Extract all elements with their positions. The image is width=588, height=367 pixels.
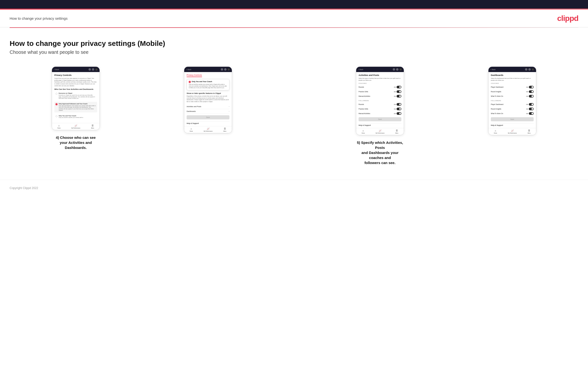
what-to-work-followers-switch[interactable] xyxy=(529,112,534,115)
practice-toggle-coaches-control[interactable]: ON xyxy=(394,90,401,93)
top-bar xyxy=(0,0,588,9)
phone-nav-bar-4: < Back ⋯ xyxy=(488,67,536,72)
search-icon-2[interactable] xyxy=(221,68,223,71)
page-title: How to change your privacy settings (Mob… xyxy=(10,39,578,48)
dashboards-desc: Select the dashboards that you'd like to… xyxy=(491,78,534,81)
nav-menu-2[interactable]: ☰ Menu xyxy=(224,127,226,132)
help-support-3[interactable]: Help & Support xyxy=(359,123,401,126)
followers-label-4: FOLLOWERS xyxy=(491,100,534,101)
nav-menu-4[interactable]: ☰ Menu xyxy=(528,129,531,134)
people-icon-4[interactable] xyxy=(528,68,531,71)
rounds-toggle-followers-switch[interactable] xyxy=(397,103,401,106)
menu-icon-1: ☰ xyxy=(92,125,94,127)
save-button-3[interactable]: Save xyxy=(359,117,401,121)
phone-mockup-3: < Back ⋯ Activities and Posts Select the… xyxy=(356,67,404,135)
coaches-label-3: COACHES xyxy=(359,83,401,84)
round-insights-followers-control[interactable]: ON xyxy=(526,108,534,110)
phone-mockup-4: < Back ⋯ Dashboards Select the dashboard… xyxy=(488,67,536,135)
popup-radio-row: Only You and Your Coach xyxy=(189,81,227,83)
breadcrumb: How to change your privacy settings xyxy=(10,16,68,20)
nav-performance-3[interactable]: 📈 My Performance xyxy=(376,129,385,134)
radio-text-approved: Only Approved Followers and Your Coach O… xyxy=(59,103,96,111)
nav-menu-3[interactable]: ☰ Menu xyxy=(395,129,398,134)
search-icon-1[interactable] xyxy=(88,68,91,71)
round-insights-coaches-control[interactable]: ON xyxy=(526,90,534,93)
people-icon-1[interactable] xyxy=(92,68,94,71)
menu-icon-2: ☰ xyxy=(224,127,226,130)
nav-icons-3: ⋯ xyxy=(393,68,402,71)
rounds-toggle-followers-control[interactable]: ON xyxy=(394,103,401,106)
rounds-toggle-coaches-switch[interactable] xyxy=(397,86,401,88)
nav-home-4[interactable]: ⌂ Home xyxy=(494,129,497,134)
bottom-nav-3: ⌂ Home 📈 My Performance ☰ Menu xyxy=(356,128,404,135)
nav-performance-1[interactable]: 📈 My Performance xyxy=(71,125,80,129)
dashboards-row[interactable]: Dashboards › xyxy=(187,109,229,114)
what-to-work-toggle-coaches: What To Work On ON xyxy=(491,94,534,99)
more-icon-3[interactable]: ⋯ xyxy=(399,68,402,71)
nav-performance-2[interactable]: 📈 My Performance xyxy=(204,127,213,132)
header: How to change your privacy settings clip… xyxy=(0,10,588,27)
player-dashboard-coaches-switch[interactable] xyxy=(529,86,534,88)
what-to-work-coaches-control[interactable]: ON xyxy=(526,95,534,98)
back-button-2[interactable]: < Back xyxy=(186,69,191,70)
activities-posts-row[interactable]: Activities and Posts › xyxy=(187,104,229,109)
rounds-toggle-followers: Rounds ON xyxy=(359,102,401,107)
nav-home-3[interactable]: ⌂ Home xyxy=(362,129,365,134)
phone-content-4: Dashboards Select the dashboards that yo… xyxy=(488,72,536,128)
search-icon-4[interactable] xyxy=(525,68,527,71)
manual-toggle-followers-control[interactable]: ON xyxy=(394,112,401,115)
rounds-toggle-coaches-control[interactable]: ON xyxy=(394,86,401,88)
people-icon-3[interactable] xyxy=(396,68,398,71)
mockup-section-3: < Back ⋯ Activities and Posts Select the… xyxy=(314,67,446,165)
radio-option-approved[interactable]: Only Approved Followers and Your Coach O… xyxy=(54,102,97,112)
phone-content-2: Privacy Controls Only You and Your Coach… xyxy=(184,72,232,126)
practice-toggle-followers-control[interactable]: ON xyxy=(394,108,401,110)
manual-toggle-coaches-control[interactable]: ON xyxy=(394,95,401,98)
what-to-work-toggle-followers: What To Work On ON xyxy=(491,111,534,116)
practice-toggle-followers-switch[interactable] xyxy=(397,108,401,110)
footer: Copyright Clippd 2022 xyxy=(0,180,588,196)
caption-5-line1: 5) Specify which Activities, Posts xyxy=(357,141,403,150)
search-icon-3[interactable] xyxy=(393,68,395,71)
phone-mockup-2: < Back ⋯ Privacy Controls Only You and Y… xyxy=(184,67,232,133)
phone-content-1: Privacy Controls Control how you and you… xyxy=(52,72,100,123)
performance-icon-4: 📈 xyxy=(511,129,514,132)
more-icon-4[interactable]: ⋯ xyxy=(532,68,534,71)
back-button-1[interactable]: < Back xyxy=(54,69,59,70)
home-icon-4: ⌂ xyxy=(495,129,496,132)
nav-home-1[interactable]: ⌂ Home xyxy=(58,125,61,129)
mockup-grid: < Back ⋯ Privacy Controls Control how yo… xyxy=(10,67,578,165)
what-to-work-followers-control[interactable]: ON xyxy=(526,112,534,115)
more-icon-1[interactable]: ⋯ xyxy=(95,68,98,71)
round-insights-coaches-switch[interactable] xyxy=(529,90,534,93)
caption-5-line3: followers can see. xyxy=(364,161,395,165)
manual-toggle-coaches-switch[interactable] xyxy=(397,95,401,98)
player-dashboard-followers-control[interactable]: ON xyxy=(526,103,534,106)
home-icon-3: ⌂ xyxy=(363,129,364,132)
nav-performance-4[interactable]: 📈 My Performance xyxy=(508,129,517,134)
back-button-3[interactable]: < Back xyxy=(358,69,363,70)
nav-menu-1[interactable]: ☰ Menu xyxy=(91,125,94,129)
radio-text-only-you: Only You and Your Coach Only you and the… xyxy=(59,115,83,118)
radio-option-only-you[interactable]: Only You and Your Coach Only you and the… xyxy=(54,114,97,120)
people-icon-2[interactable] xyxy=(224,68,226,71)
round-insights-followers-switch[interactable] xyxy=(529,108,534,110)
radio-option-everyone[interactable]: Everyone on Clippd Everyone on Clippd ca… xyxy=(54,91,97,100)
manual-toggle-followers-switch[interactable] xyxy=(397,112,401,115)
player-dashboard-coaches-control[interactable]: ON xyxy=(526,86,534,88)
privacy-tab-2[interactable]: Privacy Controls xyxy=(187,74,202,77)
help-support-2[interactable]: Help & Support xyxy=(187,121,229,124)
menu-icon-4: ☰ xyxy=(528,129,530,132)
practice-toggle-coaches-switch[interactable] xyxy=(397,90,401,93)
help-support-4[interactable]: Help & Support xyxy=(491,123,534,126)
show-hide-title: Show or hide specific features in Clippd xyxy=(187,92,229,94)
nav-home-2[interactable]: ⌂ Home xyxy=(190,127,193,132)
manual-toggle-coaches: Manual Activities ON xyxy=(359,94,401,99)
save-button-2[interactable]: Save xyxy=(187,115,229,119)
phone-nav-bar-2: < Back ⋯ xyxy=(184,67,232,72)
back-button-4[interactable]: < Back xyxy=(490,69,496,70)
player-dashboard-followers-switch[interactable] xyxy=(529,103,534,106)
more-icon-2[interactable]: ⋯ xyxy=(227,68,230,71)
save-button-4[interactable]: Save xyxy=(491,117,534,121)
what-to-work-coaches-switch[interactable] xyxy=(529,95,534,98)
